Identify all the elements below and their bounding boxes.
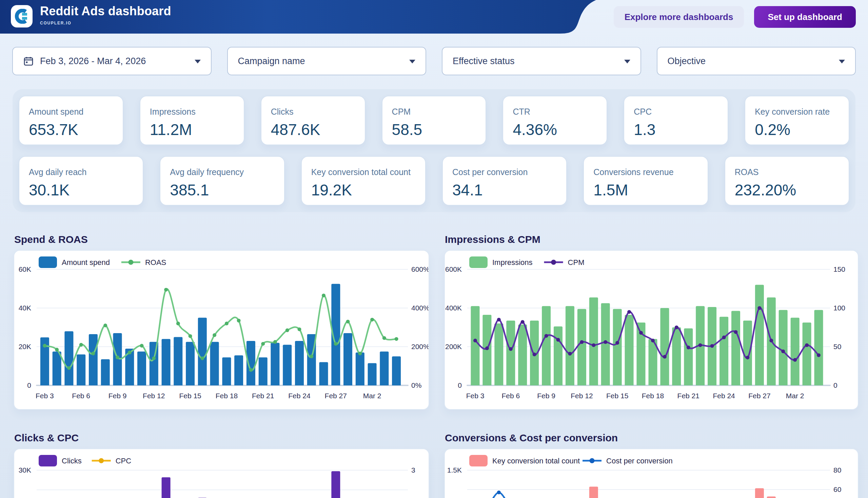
effective-status-filter[interactable]: Effective status bbox=[442, 47, 641, 75]
svg-text:ROAS: ROAS bbox=[145, 258, 166, 267]
svg-text:3: 3 bbox=[411, 466, 415, 474]
kpi-card-clicks: Clicks 487.6K bbox=[261, 96, 365, 145]
legend: Key conversion total countCost per conve… bbox=[469, 455, 673, 467]
kpi-card-impressions: Impressions 11.2M bbox=[140, 96, 244, 145]
caret-down-icon bbox=[195, 60, 201, 63]
svg-text:1.5K: 1.5K bbox=[447, 466, 462, 474]
bar bbox=[295, 341, 304, 385]
bar bbox=[755, 285, 764, 385]
svg-text:Cost per conversion: Cost per conversion bbox=[606, 457, 673, 465]
bar bbox=[380, 352, 389, 385]
kpi-card-key-conversion-total-count: Key conversion total count 19.2K bbox=[301, 156, 426, 206]
svg-text:Feb 24: Feb 24 bbox=[713, 392, 735, 399]
bars-key-conversion-total-count[interactable] bbox=[589, 487, 776, 498]
gridlines bbox=[467, 470, 830, 498]
bar bbox=[755, 488, 764, 498]
bar bbox=[494, 324, 503, 385]
bar bbox=[392, 356, 401, 386]
bar bbox=[684, 328, 693, 385]
svg-text:30K: 30K bbox=[19, 466, 31, 474]
svg-text:Mar 2: Mar 2 bbox=[786, 392, 804, 399]
bar bbox=[101, 359, 110, 385]
header-titles: Reddit Ads dashboard COUPLER.IO bbox=[40, 4, 171, 25]
svg-text:60K: 60K bbox=[19, 265, 31, 273]
svg-text:Feb 24: Feb 24 bbox=[288, 392, 310, 399]
svg-text:Clicks: Clicks bbox=[62, 457, 82, 465]
caret-down-icon bbox=[839, 60, 845, 63]
line-cost-per-conversion[interactable] bbox=[485, 490, 513, 498]
bar bbox=[554, 326, 562, 385]
svg-text:CPM: CPM bbox=[568, 258, 585, 267]
bar bbox=[331, 471, 340, 498]
kpi-label: Conversions revenue bbox=[593, 167, 704, 177]
bar bbox=[64, 331, 73, 385]
bar bbox=[767, 497, 776, 498]
right-axis-labels: 600%400%200%0% bbox=[411, 265, 429, 389]
bar bbox=[506, 320, 515, 385]
bar bbox=[518, 324, 527, 385]
svg-text:600%: 600% bbox=[411, 265, 429, 273]
calendar-icon bbox=[23, 56, 34, 66]
kpi-card-avg-daily-reach: Avg daily reach 30.1K bbox=[19, 156, 144, 206]
svg-text:150: 150 bbox=[833, 265, 845, 273]
svg-text:20K: 20K bbox=[19, 343, 31, 351]
x-axis-labels: Feb 3Feb 6Feb 9Feb 12Feb 15Feb 18Feb 21F… bbox=[36, 392, 381, 399]
svg-text:Feb 18: Feb 18 bbox=[642, 392, 664, 399]
svg-text:Feb 15: Feb 15 bbox=[179, 392, 201, 399]
bar bbox=[471, 306, 480, 385]
svg-text:CPC: CPC bbox=[116, 457, 132, 465]
bar bbox=[601, 303, 610, 385]
bar bbox=[319, 362, 328, 385]
explore-dashboards-button[interactable]: Explore more dashboards bbox=[614, 6, 744, 28]
bar bbox=[803, 323, 811, 385]
svg-text:0: 0 bbox=[833, 381, 838, 389]
bar bbox=[589, 298, 598, 385]
bars-impressions[interactable] bbox=[471, 285, 823, 385]
coupler-logo-icon bbox=[14, 9, 29, 24]
campaign-name-filter[interactable]: Campaign name bbox=[227, 47, 427, 75]
svg-text:0: 0 bbox=[458, 381, 462, 389]
kpi-label: Key conversion rate bbox=[755, 107, 845, 117]
kpi-value: 58.5 bbox=[392, 120, 482, 139]
right-axis-labels: 3 bbox=[411, 466, 415, 474]
kpi-label: CPM bbox=[392, 107, 482, 117]
bar bbox=[162, 339, 171, 385]
svg-text:Feb 27: Feb 27 bbox=[748, 392, 770, 399]
svg-text:400%: 400% bbox=[411, 304, 429, 312]
bar bbox=[234, 355, 243, 385]
spend-roas-chart[interactable]: 60K40K20K0600%400%200%0%Feb 3Feb 6Feb 9F… bbox=[14, 251, 429, 409]
bars-amount-spend[interactable] bbox=[40, 284, 401, 385]
objective-filter[interactable]: Objective bbox=[657, 47, 856, 75]
caret-down-icon bbox=[409, 60, 415, 63]
kpi-value: 11.2M bbox=[150, 120, 240, 139]
kpi-card-cpm: CPM 58.5 bbox=[382, 96, 486, 145]
bar bbox=[356, 353, 364, 385]
bar bbox=[542, 306, 551, 385]
kpi-label: Impressions bbox=[150, 107, 240, 117]
svg-text:Amount spend: Amount spend bbox=[62, 258, 110, 267]
kpi-label: Avg daily frequency bbox=[170, 167, 280, 177]
clicks-cpc-chart[interactable]: 30K3Feb 3Feb 6Feb 9Feb 12Feb 15Feb 18Feb… bbox=[14, 449, 429, 498]
setup-dashboard-button[interactable]: Set up dashboard bbox=[754, 6, 856, 28]
svg-text:0%: 0% bbox=[411, 381, 422, 389]
bar bbox=[198, 318, 207, 386]
clicks-cpc-title: Clicks & CPC bbox=[14, 432, 429, 444]
impressions-cpm-chart[interactable]: 600K400K200K0150100500Feb 3Feb 6Feb 9Feb… bbox=[445, 251, 858, 409]
bar bbox=[625, 315, 634, 385]
svg-text:Feb 3: Feb 3 bbox=[36, 392, 54, 399]
kpi-value: 19.2K bbox=[311, 181, 422, 199]
conversions-cost-chart[interactable]: 1.5K8060Feb 3Feb 6Feb 9Feb 12Feb 15Feb 1… bbox=[445, 449, 858, 498]
bar bbox=[186, 342, 195, 385]
svg-text:400K: 400K bbox=[445, 304, 462, 312]
date-range-filter[interactable]: Feb 3, 2026 - Mar 4, 2026 bbox=[12, 47, 212, 75]
right-axis-labels: 150100500 bbox=[833, 265, 845, 389]
legend: ClicksCPC bbox=[39, 455, 131, 467]
caret-down-icon bbox=[624, 60, 630, 63]
bar bbox=[270, 343, 279, 385]
svg-text:Feb 15: Feb 15 bbox=[606, 392, 628, 399]
legend: ImpressionsCPM bbox=[469, 257, 584, 268]
bar bbox=[89, 334, 98, 385]
bar bbox=[743, 320, 752, 385]
bars-clicks[interactable] bbox=[162, 471, 340, 498]
spend-roas-chart-card: 60K40K20K0600%400%200%0%Feb 3Feb 6Feb 9F… bbox=[14, 250, 429, 410]
